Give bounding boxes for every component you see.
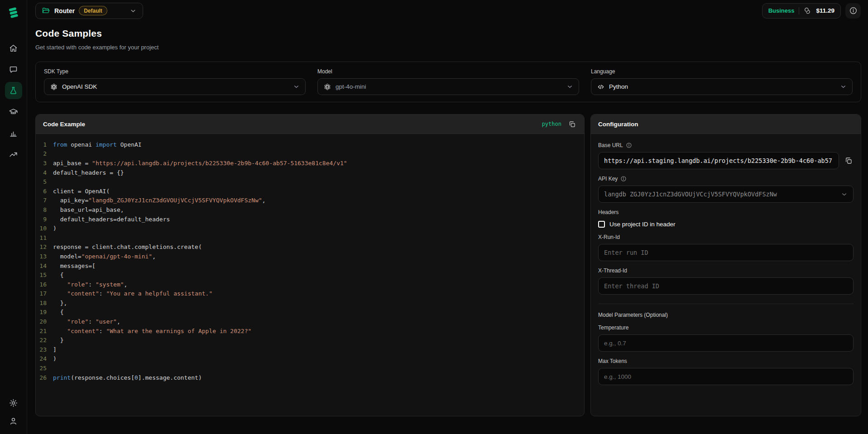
temperature-input[interactable] — [598, 334, 854, 352]
plan-badge: Business — [768, 7, 795, 14]
config-panel-title: Configuration — [598, 121, 638, 128]
project-badge: Default — [79, 6, 107, 15]
chevron-down-icon — [566, 83, 573, 90]
language-value: Python — [609, 83, 628, 90]
divider — [598, 304, 854, 304]
model-value: gpt-4o-mini — [336, 83, 366, 90]
plan-balance-pill[interactable]: Business $11.29 — [762, 3, 841, 19]
copy-base-url-button[interactable] — [844, 156, 854, 166]
chat-icon — [9, 65, 18, 74]
use-project-id-label: Use project ID in header — [609, 221, 676, 228]
code-line: 2 — [36, 149, 578, 159]
code-line: 8 base_url=api_base, — [36, 205, 578, 215]
divider — [799, 7, 799, 14]
x-thread-id-input[interactable] — [598, 277, 854, 295]
filter-model: Model gpt-4o-mini — [317, 68, 579, 95]
bar-chart-icon — [9, 129, 18, 138]
gear-icon — [9, 398, 18, 408]
headers-label: Headers — [598, 209, 854, 215]
code-example-panel: Code Example python 1from openai impo — [35, 114, 585, 416]
info-icon — [626, 142, 632, 148]
api-key-label: API Key — [598, 176, 618, 182]
info-button[interactable] — [845, 3, 861, 19]
info-icon — [620, 176, 627, 182]
code-line: 1from openai import OpenAI — [36, 140, 578, 149]
openai-icon — [50, 83, 58, 91]
sidebar-item-chat[interactable] — [5, 61, 22, 78]
code-line: 15 { — [36, 270, 578, 280]
base-url-input[interactable] — [598, 152, 839, 169]
api-key-value: langdb_ZGJ0YzJ1cnZ3dGVOUjVCcjV5SFVYQVpkO… — [604, 191, 777, 198]
code-line: 16 "role": "system", — [36, 280, 578, 289]
code-line: 21 "content": "What are the earnings of … — [36, 326, 578, 336]
copy-icon — [844, 157, 853, 165]
balance-amount: $11.29 — [816, 7, 834, 14]
code-lines: 1from openai import OpenAI23api_base = "… — [36, 134, 584, 382]
main-content: Code Samples Get started with code examp… — [27, 21, 868, 434]
configuration-panel: Configuration Base URL — [590, 114, 861, 416]
code-line: 9 default_headers=default_headers — [36, 215, 578, 224]
code-line: 26print(response.choices[0].message.cont… — [36, 373, 578, 382]
user-icon — [9, 416, 18, 426]
code-line: 5 — [36, 177, 578, 186]
use-project-id-checkbox-row[interactable]: Use project ID in header — [598, 221, 854, 228]
project-selector[interactable]: Router Default — [35, 3, 143, 19]
x-thread-id-label: X-Thread-Id — [598, 267, 854, 274]
sidebar-item-profile[interactable] — [5, 412, 22, 429]
home-icon — [9, 43, 18, 53]
project-name: Router — [54, 7, 75, 14]
config-panel-header: Configuration — [591, 114, 861, 134]
code-panel-header: Code Example python — [36, 114, 584, 134]
code-line: 25 — [36, 363, 578, 373]
code-line: 24) — [36, 354, 578, 364]
x-run-id-input[interactable] — [598, 244, 854, 261]
model-select[interactable]: gpt-4o-mini — [317, 78, 579, 95]
graduation-cap-icon — [9, 107, 18, 117]
code-icon — [597, 83, 605, 91]
code-line: 19 { — [36, 308, 578, 317]
chevron-down-icon — [293, 83, 300, 90]
trending-up-icon — [9, 150, 18, 159]
sidebar-item-trends[interactable] — [5, 146, 22, 163]
sidebar-item-home[interactable] — [5, 39, 22, 57]
language-badge: python — [542, 121, 561, 127]
sidebar — [0, 0, 27, 434]
max-tokens-input[interactable] — [598, 368, 854, 385]
model-parameters-label: Model Parameters (Optional) — [598, 312, 854, 318]
api-key-label-row: API Key — [598, 176, 854, 182]
sidebar-item-lab[interactable] — [5, 82, 22, 99]
sidebar-item-learn[interactable] — [5, 103, 22, 120]
chevron-down-icon — [840, 83, 847, 90]
sdk-type-value: OpenAI SDK — [62, 83, 97, 90]
sidebar-item-settings[interactable] — [5, 394, 22, 411]
folder-open-icon — [42, 6, 50, 15]
page-title: Code Samples — [35, 28, 861, 39]
copy-code-button[interactable] — [567, 119, 577, 129]
sdk-type-label: SDK Type — [44, 68, 306, 75]
code-line: 20 "role": "user", — [36, 317, 578, 326]
code-line: 10) — [36, 224, 578, 233]
language-select[interactable]: Python — [591, 78, 853, 95]
code-line: 7 api_key="langdb_ZGJ0YzJ1cnZ3dGVOUjVCcj… — [36, 196, 578, 205]
code-line: 18 }, — [36, 298, 578, 308]
filter-sdk-type: SDK Type OpenAI SDK — [44, 68, 306, 95]
use-project-id-checkbox[interactable] — [598, 221, 605, 228]
openai-icon — [323, 83, 331, 91]
info-icon — [849, 6, 858, 15]
code-line: 6client = OpenAI( — [36, 186, 578, 196]
code-line: 3api_base = "https://api.langdb.ai/proje… — [36, 158, 578, 168]
topbar: Router Default Business $11.29 — [27, 0, 868, 21]
flask-icon — [9, 86, 18, 95]
code-panel-title: Code Example — [43, 121, 85, 128]
copy-icon — [568, 120, 576, 128]
app-root: Router Default Business $11.29 — [0, 0, 868, 434]
code-line: 11 — [36, 233, 578, 243]
chevron-down-icon — [129, 7, 137, 14]
api-key-select[interactable]: langdb_ZGJ0YzJ1cnZ3dGVOUjVCcjV5SFVYQVpkO… — [598, 186, 854, 203]
sidebar-item-analytics[interactable] — [5, 124, 22, 142]
chevron-down-icon — [841, 191, 848, 198]
temperature-label: Temperature — [598, 324, 854, 331]
code-line: 13 model="openai/gpt-4o-mini", — [36, 252, 578, 261]
sdk-type-select[interactable]: OpenAI SDK — [44, 78, 306, 95]
langdb-logo-icon[interactable] — [7, 4, 20, 21]
